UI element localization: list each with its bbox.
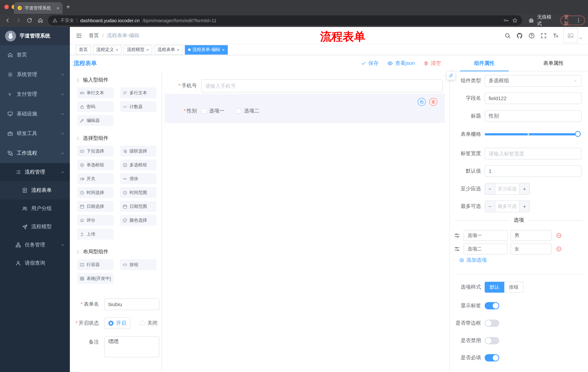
selected-gender-field[interactable]: *性别 选项一 选项二 (165, 94, 445, 123)
drag-handle-icon[interactable] (454, 246, 460, 252)
minus-icon[interactable]: − (485, 183, 495, 194)
palette-item-cascader[interactable]: 级联选择 (120, 146, 157, 157)
browser-menu-icon[interactable] (576, 18, 581, 23)
status-on-radio[interactable]: 开启 (105, 317, 130, 329)
palette-item-upload[interactable]: 上传 (77, 229, 114, 240)
drag-handle-icon[interactable] (454, 233, 460, 238)
tag-close-icon[interactable]: × (222, 47, 224, 52)
sidebar-collapse-icon[interactable] (76, 32, 82, 39)
tag-close-icon[interactable]: × (116, 47, 118, 52)
option-label-input[interactable] (463, 230, 508, 241)
forward-button[interactable] (14, 16, 23, 25)
breadcrumb-home[interactable]: 首页 (89, 32, 99, 39)
sidebar-item-workflow[interactable]: 工作流程 (0, 143, 70, 163)
palette-item-date-picker[interactable]: 日期选择 (77, 201, 114, 212)
palette-item-color-picker[interactable]: 颜色选择 (120, 215, 157, 226)
tag-process-form[interactable]: 流程表单 × (154, 45, 183, 54)
palette-item-time-range[interactable]: 时间范围 (120, 187, 157, 198)
remove-option-icon[interactable] (556, 233, 562, 238)
required-switch[interactable] (485, 354, 499, 361)
browser-home-button[interactable] (36, 16, 45, 25)
palette-item-button[interactable]: 按钮 (120, 259, 157, 270)
palette-item-counter[interactable]: 计数器 (120, 101, 157, 112)
window-close-button[interactable] (4, 5, 9, 9)
plus-icon[interactable]: + (519, 183, 529, 194)
form-remark-textarea[interactable]: 嘿嘿 (105, 336, 159, 357)
option-value-input[interactable] (511, 244, 552, 255)
sidebar-logo[interactable]: 芋道管理系统 (0, 27, 70, 45)
palette-item-password[interactable]: 密码 (77, 101, 114, 112)
plus-icon[interactable]: + (519, 201, 529, 212)
link-anchor-button[interactable] (447, 71, 455, 80)
font-size-icon[interactable] (552, 32, 559, 39)
palette-item-checkbox-group[interactable]: 多选框组 (120, 159, 157, 170)
browser-tab[interactable]: 芋道管理系统 × (14, 2, 63, 14)
view-json-button[interactable]: 查看json (387, 60, 415, 67)
tag-close-icon[interactable]: × (146, 47, 149, 52)
style-button-button[interactable]: 按钮 (504, 282, 524, 293)
palette-item-radio-group[interactable]: 单选框组 (77, 159, 114, 170)
form-canvas[interactable]: *手机号 *性别 选项一 选项二 (162, 71, 450, 372)
tag-close-icon[interactable]: × (177, 47, 179, 52)
save-button[interactable]: 保存 (361, 60, 378, 67)
search-icon[interactable] (504, 32, 511, 39)
phone-input[interactable] (201, 79, 443, 93)
palette-item-select[interactable]: 下拉选择 (77, 146, 114, 157)
label-width-input[interactable] (485, 148, 581, 159)
title-input[interactable] (485, 110, 581, 122)
browser-update-button[interactable]: 更新 (560, 16, 585, 25)
security-label[interactable]: 不安全 (60, 17, 74, 23)
slider-handle[interactable] (575, 131, 581, 137)
tag-home[interactable]: 首页 (76, 45, 91, 54)
tab-component-props[interactable]: 组件属性 (450, 55, 519, 71)
component-type-select[interactable]: 多选框组 (485, 75, 581, 87)
sidebar-item-leave-query[interactable]: 请假查询 (0, 254, 70, 272)
reload-button[interactable] (25, 16, 34, 25)
help-icon[interactable] (528, 32, 535, 39)
fullscreen-icon[interactable] (540, 32, 547, 39)
palette-item-rate[interactable]: 评分 (77, 215, 114, 226)
palette-item-date-range[interactable]: 日期范围 (120, 201, 157, 212)
address-bar[interactable]: 不安全 dashboard.yudao.iocoder.cn/bpm/manag… (48, 15, 522, 25)
new-tab-button[interactable]: + (66, 3, 70, 11)
palette-item-multi-line-text[interactable]: 多行文本 (120, 87, 157, 98)
password-key-icon[interactable] (504, 18, 509, 23)
user-avatar[interactable] (563, 28, 578, 43)
sidebar-item-process-form[interactable]: 流程表单 (0, 181, 70, 200)
sidebar-item-task-management[interactable]: 任务管理 (0, 236, 70, 254)
style-default-button[interactable]: 默认 (485, 282, 504, 293)
tag-process-form-edit[interactable]: 流程表单-编辑 × (185, 45, 228, 54)
form-name-input[interactable] (105, 298, 159, 310)
palette-item-switch[interactable]: 开关 (77, 173, 114, 184)
show-label-switch[interactable] (485, 302, 499, 309)
duplicate-field-button[interactable] (418, 98, 426, 106)
add-option-button[interactable]: 添加选项 (459, 257, 487, 264)
clear-button[interactable]: 清空 (423, 60, 441, 67)
sidebar-item-system-management[interactable]: 系统管理 (0, 65, 70, 85)
sidebar-item-dev-tools[interactable]: 研发工具 (0, 124, 70, 143)
tab-form-props[interactable]: 表单属性 (519, 55, 588, 71)
palette-item-time-picker[interactable]: 时间选择 (77, 187, 114, 198)
disabled-switch[interactable] (485, 337, 499, 344)
grid-slider[interactable] (485, 133, 578, 135)
github-icon[interactable] (516, 32, 523, 39)
palette-item-single-line-text[interactable]: 单行文本 (77, 87, 114, 98)
default-value-input[interactable] (485, 165, 581, 177)
sidebar-item-payment-management[interactable]: 支付管理 (0, 85, 70, 104)
back-button[interactable] (3, 16, 12, 25)
sidebar-item-home[interactable]: 首页 (0, 45, 70, 65)
status-off-radio[interactable]: 关闭 (140, 317, 158, 329)
minus-icon[interactable]: − (485, 201, 495, 212)
option-value-input[interactable] (511, 230, 552, 241)
remove-option-icon[interactable] (556, 246, 562, 252)
palette-item-table[interactable]: 表格[开发中] (77, 273, 114, 284)
phone-field-row[interactable]: *手机号 (162, 79, 443, 93)
field-name-input[interactable] (485, 93, 581, 104)
sidebar-item-process-management[interactable]: 流程管理 (0, 163, 70, 181)
option-label-input[interactable] (463, 244, 508, 255)
gender-option1-checkbox[interactable]: 选项一 (201, 108, 224, 114)
tag-process-definition[interactable]: 流程定义 × (93, 45, 122, 54)
delete-field-button[interactable] (429, 98, 437, 106)
palette-item-row-container[interactable]: 行容器 (77, 259, 114, 270)
palette-item-slider[interactable]: 滑块 (120, 173, 157, 184)
